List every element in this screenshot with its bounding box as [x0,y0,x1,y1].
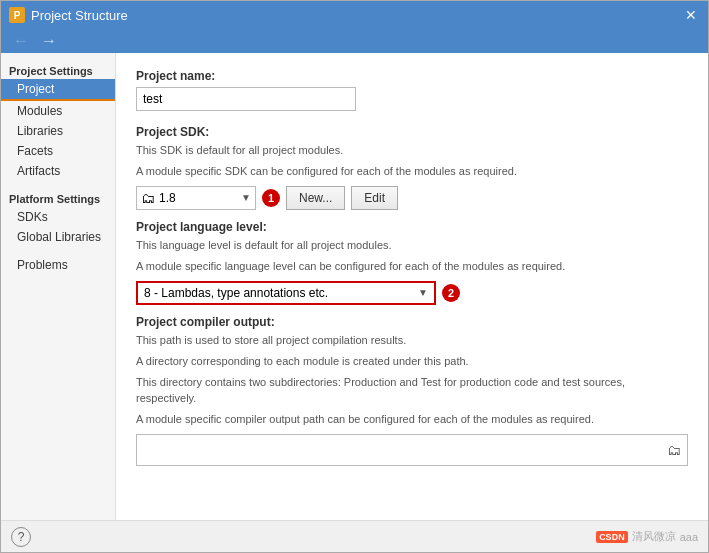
project-name-input[interactable] [136,87,356,111]
sdk-folder-icon: 🗂 [141,190,155,206]
title-bar-left: P Project Structure [9,7,128,23]
compiler-desc1: This path is used to store all project c… [136,333,688,348]
lang-select-row: 8 - Lambdas, type annotations etc. ▼ 2 [136,281,688,305]
window-icon: P [9,7,25,23]
sdk-badge: 1 [262,189,280,207]
compiler-folder-button[interactable]: 🗂 [667,442,681,458]
lang-label: Project language level: [136,220,688,234]
compiler-desc2: A directory corresponding to each module… [136,354,688,369]
csdn-logo: CSDN [596,531,628,543]
project-structure-window: P Project Structure ✕ ← → Project Settin… [0,0,709,553]
edit-sdk-button[interactable]: Edit [351,186,398,210]
platform-settings-label: Platform Settings [1,189,115,207]
sdk-desc2: A module specific SDK can be configured … [136,164,688,179]
watermark-text: 清风微凉 [632,529,676,544]
sdk-version: 1.8 [159,191,237,205]
lang-desc1: This language level is default for all p… [136,238,688,253]
bottom-bar: ? CSDN 清风微凉 aaa [1,520,708,552]
watermark-suffix: aaa [680,531,698,543]
compiler-desc3: This directory contains two subdirectori… [136,375,688,406]
project-name-label: Project name: [136,69,688,83]
new-sdk-button[interactable]: New... [286,186,345,210]
sidebar-item-artifacts[interactable]: Artifacts [1,161,115,181]
lang-dropdown-arrow: ▼ [418,287,428,298]
forward-button[interactable]: → [37,32,61,50]
lang-badge: 2 [442,284,460,302]
sidebar-item-project[interactable]: Project [1,79,115,101]
sidebar-item-sdks[interactable]: SDKs [1,207,115,227]
close-button[interactable]: ✕ [682,6,700,24]
content-area: Project Settings Project Modules Librari… [1,53,708,520]
back-button[interactable]: ← [9,32,33,50]
title-bar: P Project Structure ✕ [1,1,708,29]
lang-select[interactable]: 8 - Lambdas, type annotations etc. ▼ [136,281,436,305]
bottom-bar-right: CSDN 清风微凉 aaa [596,529,698,544]
help-button[interactable]: ? [11,527,31,547]
sdk-label: Project SDK: [136,125,688,139]
compiler-desc4: A module specific compiler output path c… [136,412,688,427]
main-panel: Project name: Project SDK: This SDK is d… [116,53,708,520]
csdn-brand: CSDN 清风微凉 aaa [596,529,698,544]
compiler-output-box: 🗂 [136,434,688,466]
sdk-desc1: This SDK is default for all project modu… [136,143,688,158]
compiler-label: Project compiler output: [136,315,688,329]
sdk-select[interactable]: 🗂 1.8 ▼ [136,186,256,210]
lang-desc2: A module specific language level can be … [136,259,688,274]
sdk-row: 🗂 1.8 ▼ 1 New... Edit [136,186,688,210]
sidebar-item-libraries[interactable]: Libraries [1,121,115,141]
nav-bar: ← → [1,29,708,53]
window-title: Project Structure [31,8,128,23]
sidebar-item-global-libraries[interactable]: Global Libraries [1,227,115,247]
title-bar-controls: ✕ [682,6,700,24]
sidebar: Project Settings Project Modules Librari… [1,53,116,520]
sdk-dropdown-arrow: ▼ [241,192,251,203]
sidebar-item-facets[interactable]: Facets [1,141,115,161]
sidebar-item-problems[interactable]: Problems [1,255,115,275]
lang-value: 8 - Lambdas, type annotations etc. [144,286,328,300]
bottom-bar-left: ? [11,527,31,547]
sidebar-item-modules[interactable]: Modules [1,101,115,121]
project-settings-label: Project Settings [1,61,115,79]
